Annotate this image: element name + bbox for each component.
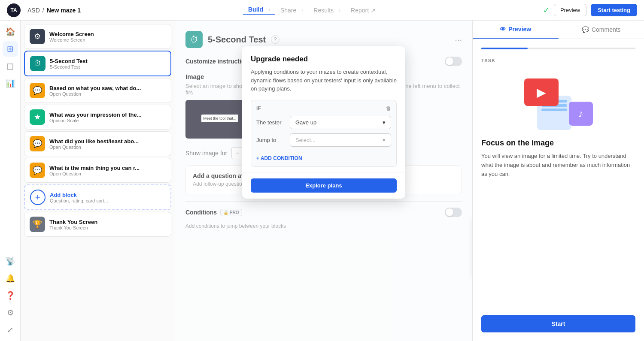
top-nav: TA ASD / New maze 1 Build › Share › Resu… [0,0,644,21]
breadcrumb-project[interactable]: ASD [27,7,40,14]
chat-icon-1: 💬 [30,83,45,98]
jump-to-placeholder: Select... [295,137,316,143]
preview-tabs: 👁 Preview 💬 Comments [473,21,644,39]
modal-footer: Explore plans [242,172,405,199]
preview-panel: 👁 Preview 💬 Comments TASK ▶ [472,21,644,341]
jump-to-row: Jump to Select... ▾ [256,133,391,147]
dropdown-selected-value: Gave up [295,119,316,126]
upgrade-modal: Upgrade needed Applying conditions to yo… [242,46,405,199]
tester-label: The tester [256,119,286,126]
5second-sub: 5-Second Test [50,64,88,69]
star-icon: ★ [30,109,45,125]
modal-overlay: Upgrade needed Applying conditions to yo… [175,21,472,341]
comment-icon: 💬 [582,26,589,33]
add-condition-link[interactable]: + ADD CONDITION [256,151,391,161]
5second-title: 5-Second Test [50,58,88,64]
sidebar-item-openq2[interactable]: 💬 What did you like best/least abo... Op… [24,131,171,156]
modal-title: Upgrade needed [251,55,397,63]
openq2-sub: Open Question [49,145,139,150]
avatar: TA [7,3,21,17]
if-tester-row: The tester Gave up ▾ [256,116,391,129]
openq1-title: Based on what you saw, what do... [49,85,141,91]
chevron-down-icon-2: ▾ [383,137,386,143]
add-icon: + [30,190,46,205]
topnav-right: ✓ Preview Start testing [543,4,637,16]
question-icon[interactable]: ❓ [3,288,18,303]
sidebar-item-5second[interactable]: ⏱ 5-Second Test 5-Second Test [24,51,171,76]
welcome-sub: Welcome Screen [49,37,94,42]
welcome-title: Welcome Screen [49,31,94,37]
illustration-wrap: ▶ ♪ [524,78,593,130]
doc-line-3 [541,109,567,111]
nav-share[interactable]: Share › [275,7,308,14]
openq1-sub: Open Question [49,91,141,97]
preview-button[interactable]: Preview [554,4,586,16]
tab-preview[interactable]: 👁 Preview [473,21,559,39]
eye-icon: 👁 [500,26,506,33]
chevron-down-icon: ▾ [383,119,386,126]
clock-icon: ⏱ [30,56,46,71]
chart-icon[interactable]: 📊 [3,75,18,91]
expand-icon[interactable]: ⤢ [3,322,18,338]
task-label: TASK [481,58,635,63]
preview-progress [481,48,635,49]
sidebar-item-thankyou[interactable]: 🏆 Thank You Screen Thank You Screen [24,212,171,237]
focus-desc: You will view an image for a limited tim… [481,152,635,178]
add-block-title: Add block [50,192,108,198]
delete-icon[interactable]: 🗑 [386,106,391,112]
start-testing-button[interactable]: Start testing [591,4,637,16]
bell-icon[interactable]: 🔔 [3,271,18,286]
sidebar-item-opinion[interactable]: ★ What was your impression of the... Opi… [24,105,171,130]
main-layout: 🏠 ⊞ ◫ 📊 📡 🔔 ❓ ⚙ ⤢ ⚙ Welcome Screen Welco… [0,21,644,341]
opinion-sub: Opinion Scale [49,118,142,123]
preview-content: TASK ▶ ♪ Focus on the image You will vie… [473,39,644,341]
openq3-sub: Open Question [49,171,140,176]
thankyou-title: Thank You Screen [49,219,97,225]
music-icon: ♪ [569,102,593,126]
explore-plans-button[interactable]: Explore plans [251,178,397,193]
add-block-sub: Question, rating, card sort... [50,198,108,203]
jump-to-dropdown[interactable]: Select... ▾ [290,133,391,147]
nav-report[interactable]: Report ↗ [346,7,381,14]
modal-desc: Applying conditions to your mazes to cre… [251,68,397,93]
if-block: IF 🗑 The tester Gave up ▾ Jump to [251,100,397,167]
breadcrumb-sep: / [43,7,44,14]
jump-to-label: Jump to [256,137,286,143]
focus-title: Focus on the image [481,139,635,148]
check-icon: ✓ [543,6,550,15]
icon-bar: 🏠 ⊞ ◫ 📊 📡 🔔 ❓ ⚙ ⤢ [0,21,21,341]
tab-comments[interactable]: 💬 Comments [559,21,644,39]
nav-steps: Build › Share › Results › Report ↗ [88,6,536,15]
chat-icon-2: 💬 [30,136,45,151]
opinion-title: What was your impression of the... [49,112,142,118]
progress-bar-bg [481,48,635,49]
breadcrumb-current: New maze 1 [47,7,81,14]
openq3-title: What is the main thing you can r... [49,165,140,171]
layers-icon[interactable]: ◫ [3,58,18,74]
sidebar-item-openq1[interactable]: 💬 Based on what you saw, what do... Open… [24,78,171,103]
sidebar-item-openq3[interactable]: 💬 What is the main thing you can r... Op… [24,158,171,183]
sidebar: ⚙ Welcome Screen Welcome Screen ⏱ 5-Seco… [21,21,175,341]
breadcrumb: ASD / New maze 1 [27,7,81,14]
progress-bar-fill [481,48,528,49]
chat-icon-3: 💬 [30,163,45,178]
nav-build[interactable]: Build › [243,6,275,15]
content-area: ⏱ 5-Second Test ? ··· Customize instruct… [175,21,472,341]
modal-inner: Upgrade needed Applying conditions to yo… [242,46,405,167]
home-icon[interactable]: 🏠 [3,24,18,39]
welcome-icon: ⚙ [30,29,45,44]
add-block-button[interactable]: + Add block Question, rating, card sort.… [24,184,171,210]
tester-dropdown[interactable]: Gave up ▾ [290,116,391,129]
start-button[interactable]: Start [481,315,635,332]
trophy-icon: 🏆 [30,217,45,232]
preview-illustration: ▶ ♪ [481,78,635,130]
thankyou-sub: Thank You Screen [49,225,97,230]
radio-icon[interactable]: 📡 [3,253,18,269]
settings-icon[interactable]: ⚙ [3,305,18,320]
blocks-icon[interactable]: ⊞ [3,41,18,57]
nav-results[interactable]: Results › [308,7,346,14]
video-icon: ▶ [524,78,559,106]
sidebar-item-welcome[interactable]: ⚙ Welcome Screen Welcome Screen [24,24,171,49]
openq2-title: What did you like best/least abo... [49,138,139,145]
if-label: IF 🗑 [256,106,391,112]
